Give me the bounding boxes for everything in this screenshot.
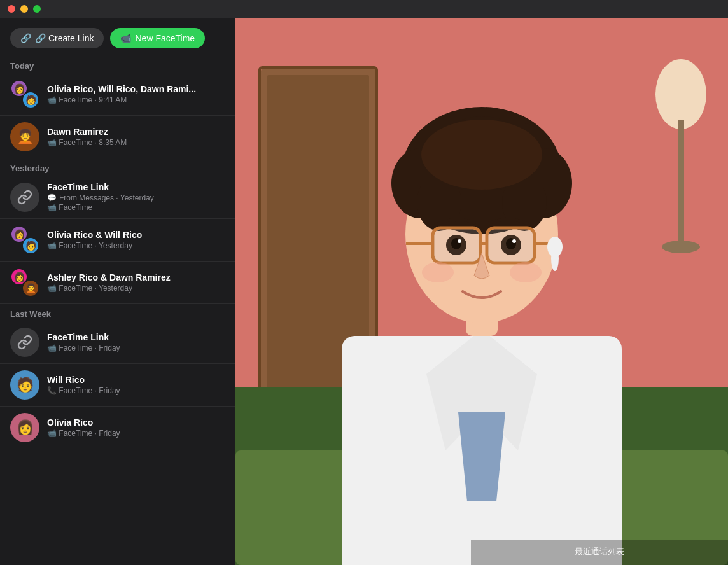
facetime-video: [235, 18, 728, 565]
list-item[interactable]: 🧑‍🦱 Dawn Ramirez 📹 FaceTime · 8:35 AM: [0, 116, 235, 158]
sidebar-list: Today 👩 🧑 Olivia Rico, Will Rico, Dawn R…: [0, 56, 235, 565]
item-detail: 📹 FaceTime · Yesterday: [47, 241, 225, 250]
link-icon: 🔗: [20, 33, 31, 43]
item-info: Dawn Ramirez 📹 FaceTime · 8:35 AM: [47, 127, 225, 147]
main-layout: 🔗 🔗 Create Link 📹 New FaceTime Today 👩: [0, 18, 728, 565]
item-name: Dawn Ramirez: [47, 127, 225, 137]
list-item[interactable]: 👩 🧑 Olivia Rico, Will Rico, Dawn Rami...…: [0, 73, 235, 116]
svg-point-25: [421, 120, 542, 190]
svg-point-7: [655, 59, 706, 129]
avatar: 🧑‍🦱: [10, 122, 39, 151]
person-illustration: [235, 18, 728, 565]
svg-point-42: [510, 262, 542, 282]
item-name: Olivia Rico, Will Rico, Dawn Rami...: [47, 84, 225, 94]
list-item[interactable]: FaceTime Link 📹 FaceTime · Friday: [0, 321, 235, 364]
caption-bar: 最近通话列表: [471, 540, 728, 565]
list-item[interactable]: 👩 🧑‍🦱 Ashley Rico & Dawn Ramirez 📹 FaceT…: [0, 262, 235, 304]
item-info: Olivia Rico, Will Rico, Dawn Rami... 📹 F…: [47, 84, 225, 104]
list-item[interactable]: 👩 Olivia Rico 📹 FaceTime · Friday: [0, 407, 235, 449]
avatar: 🧑: [10, 370, 39, 400]
svg-rect-8: [678, 120, 684, 247]
item-name: Olivia Rico: [47, 417, 225, 428]
svg-point-37: [458, 239, 461, 243]
avatar-group-wrapper: 👩 🧑: [10, 80, 39, 109]
item-info: Olivia Rico 📹 FaceTime · Friday: [47, 417, 225, 438]
avatar-group-wrapper: 👩 🧑: [10, 225, 39, 255]
item-name: FaceTime Link: [47, 182, 225, 192]
item-detail: 📹 FaceTime · Friday: [47, 344, 225, 352]
avatar-group: 👩 🧑‍🦱: [10, 268, 39, 297]
item-name: FaceTime Link: [47, 332, 225, 342]
avatar-small: 🧑: [22, 237, 39, 255]
titlebar: [0, 0, 728, 18]
item-info: Olivia Rico & Will Rico 📹 FaceTime · Yes…: [47, 230, 225, 250]
svg-point-38: [512, 239, 516, 243]
fullscreen-button[interactable]: [33, 5, 41, 13]
avatar-small: 🧑: [22, 91, 39, 109]
section-last-week: Last Week: [0, 304, 235, 321]
avatar-link: [10, 183, 39, 212]
avatar-group-wrapper: 👩 🧑‍🦱: [10, 268, 39, 297]
avatar-group: 👩 🧑: [10, 225, 39, 255]
item-info: FaceTime Link 📹 FaceTime · Friday: [47, 332, 225, 352]
item-name: Ashley Rico & Dawn Ramirez: [47, 272, 225, 282]
avatar-small: 🧑‍🦱: [22, 279, 39, 297]
list-item[interactable]: 👩 🧑 Olivia Rico & Will Rico 📹 FaceTime ·…: [0, 219, 235, 262]
item-sub: 📹 FaceTime: [47, 203, 225, 212]
list-item[interactable]: 🧑 Will Rico 📞 FaceTime · Friday: [0, 364, 235, 407]
section-yesterday: Yesterday: [0, 158, 235, 176]
item-info: FaceTime Link 💬 From Messages · Yesterda…: [47, 182, 225, 212]
close-button[interactable]: [8, 5, 15, 13]
minimize-button[interactable]: [20, 5, 28, 13]
svg-point-9: [662, 241, 700, 253]
item-detail: 📞 FaceTime · Friday: [47, 386, 225, 395]
svg-point-41: [422, 262, 454, 282]
item-info: Ashley Rico & Dawn Ramirez 📹 FaceTime · …: [47, 272, 225, 293]
item-name: Will Rico: [47, 375, 225, 385]
new-facetime-label: New FaceTime: [135, 33, 195, 43]
svg-point-40: [551, 246, 559, 271]
item-detail: 📹 FaceTime · Friday: [47, 429, 225, 438]
item-detail: 📹 FaceTime · Yesterday: [47, 284, 225, 293]
new-facetime-button[interactable]: 📹 New FaceTime: [110, 28, 205, 48]
create-link-label: 🔗 Create Link: [35, 33, 94, 43]
section-today: Today: [0, 56, 235, 73]
list-item[interactable]: FaceTime Link 💬 From Messages · Yesterda…: [0, 176, 235, 219]
content-area: 最近通话列表: [235, 18, 728, 565]
item-name: Olivia Rico & Will Rico: [47, 230, 225, 240]
video-icon: 📹: [120, 33, 131, 43]
item-info: Will Rico 📞 FaceTime · Friday: [47, 375, 225, 395]
item-detail: 💬 From Messages · Yesterday: [47, 193, 225, 202]
avatar: 👩: [10, 413, 39, 442]
item-detail: 📹 FaceTime · 8:35 AM: [47, 138, 225, 147]
avatar-group: 👩 🧑: [10, 80, 39, 109]
sidebar-header: 🔗 🔗 Create Link 📹 New FaceTime: [0, 18, 235, 56]
create-link-button[interactable]: 🔗 🔗 Create Link: [10, 28, 104, 48]
caption-text: 最近通话列表: [575, 547, 624, 556]
sidebar: 🔗 🔗 Create Link 📹 New FaceTime Today 👩: [0, 18, 235, 565]
avatar-link: [10, 328, 39, 357]
messages-badge: 💬: [47, 193, 57, 202]
item-detail: 📹 FaceTime · 9:41 AM: [47, 95, 225, 104]
